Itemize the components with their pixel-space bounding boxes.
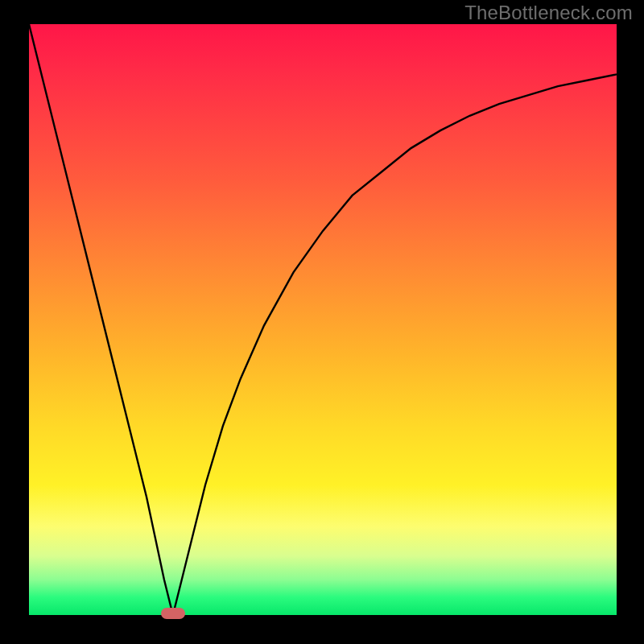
watermark-text: TheBottleneck.com: [464, 2, 633, 24]
plot-area: [29, 24, 617, 615]
curve-svg: [29, 24, 617, 615]
minimum-marker: [161, 608, 185, 619]
curve-path: [29, 24, 617, 615]
chart-frame: TheBottleneck.com: [0, 0, 644, 644]
